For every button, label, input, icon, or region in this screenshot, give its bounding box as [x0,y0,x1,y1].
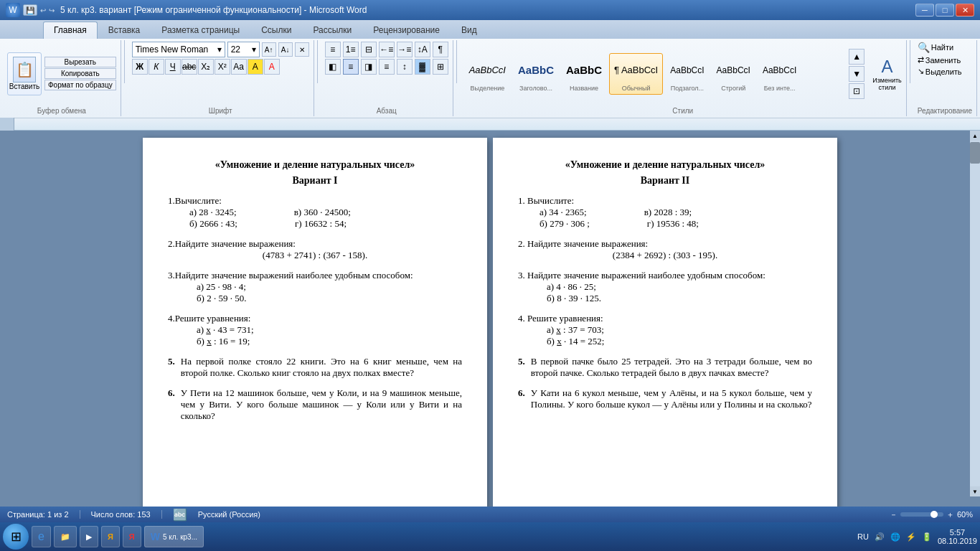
justify-button[interactable]: ≡ [379,59,395,75]
italic-button[interactable]: К [149,59,164,75]
scroll-up-button[interactable]: ▲ [970,131,980,141]
replace-label: Заменить [925,56,961,65]
cut-button[interactable]: Вырезать [44,57,116,67]
tab-view[interactable]: Вид [451,22,488,39]
font-label: Шрифт [132,105,309,115]
maximize-button[interactable]: □ [936,4,954,17]
multilevel-list-button[interactable]: ⊟ [361,42,377,57]
style-no-spacing-label: Без инте... [764,85,796,92]
quick-undo-icon[interactable]: ↩ [40,6,46,14]
replace-button[interactable]: ⇄ Заменить [918,55,961,65]
zoom-level: 60% [957,510,973,519]
tab-references[interactable]: Ссылки [250,22,302,39]
taskbar-yandex-button[interactable]: Я [101,526,120,547]
find-button[interactable]: 🔍 Найти [918,42,953,53]
taskbar-mediaplayer-button[interactable]: ▶ [80,526,98,547]
ruler-body [14,118,980,130]
style-heading[interactable]: AaBbC Заголово... [513,53,559,95]
style-subtitle[interactable]: AaBbCcI Подзагол... [665,53,709,95]
style-heading-label: Заголово... [519,85,552,92]
variant2-task4-header: 4. Решите уравнения: [518,313,812,324]
font-shrink-button[interactable]: A↓ [278,42,293,57]
clear-format-button[interactable]: ✕ [295,42,309,57]
taskbar-yandex2-button[interactable]: Я [123,526,141,547]
tab-insert[interactable]: Вставка [98,22,151,39]
font-size-dropdown[interactable]: 22 ▾ [227,42,260,57]
zoom-control[interactable]: － ＋ 60% [890,509,973,520]
font-color-button[interactable]: A [264,59,280,75]
document-area: «Умножение и деление натуральных чисел» … [0,131,980,507]
variant2-task3-a: а) 4 · 86 · 25; [547,281,812,293]
bullet-list-button[interactable]: ≡ [325,42,341,57]
style-title[interactable]: AaBbC Название [561,53,607,95]
align-right-button[interactable]: ◨ [361,59,377,75]
sep1 [124,40,125,83]
battery-icon: 🔋 [922,532,932,542]
align-center-button[interactable]: ≡ [343,59,359,75]
tab-home[interactable]: Главная [43,22,98,39]
scroll-down-button[interactable]: ▼ [970,486,980,496]
bold-button[interactable]: Ж [132,59,148,75]
styles-down-button[interactable]: ▼ [849,66,864,82]
style-normal-label: Обычный [622,85,651,92]
ribbon-tabs: Главная Вставка Разметка страницы Ссылки… [0,20,980,39]
sep3 [456,40,457,83]
sort-button[interactable]: ↕A [415,42,430,57]
vertical-scrollbar[interactable]: ▲ ▼ [970,131,980,496]
start-button[interactable]: ⊞ [3,524,29,550]
line-spacing-button[interactable]: ↕ [397,59,413,75]
scroll-thumb-v[interactable] [970,142,980,164]
font-grow-button[interactable]: A↑ [262,42,276,57]
styles-up-button[interactable]: ▲ [849,49,864,65]
border-button[interactable]: ⊞ [433,59,448,75]
align-left-button[interactable]: ◧ [325,59,341,75]
clipboard-small-buttons: Вырезать Копировать Формат по образцу [44,57,116,90]
zoom-in-button[interactable]: ＋ [946,509,954,520]
subscript-button[interactable]: X₂ [198,59,214,75]
quick-redo-icon[interactable]: ↪ [49,6,55,14]
zoom-out-button[interactable]: － [890,509,897,520]
strikethrough-button[interactable]: abc [182,59,197,75]
style-no-spacing[interactable]: AaBbCcI Без инте... [758,53,801,95]
word-count: Число слов: 153 [91,510,151,519]
highlight-button[interactable]: A [248,59,263,75]
style-strict[interactable]: AaBbCcI Строгий [712,53,755,95]
style-selection[interactable]: AaBbCcI Выделение [464,53,511,95]
quick-save-icon[interactable]: 💾 [23,4,37,16]
change-styles-label[interactable]: Изменитьстили [872,77,902,91]
style-normal[interactable]: ¶ AaBbCcI Обычный [609,53,663,95]
change-styles-icon: A [882,57,893,77]
variant1-task3-b: б) 2 · 59 · 50. [197,293,462,304]
locale-indicator: RU [857,532,869,541]
taskbar-explorer-button[interactable]: 📁 [54,526,77,547]
editing-content: 🔍 Найти ⇄ Заменить ↘ Выделить [918,42,972,105]
styles-expand-button[interactable]: ⊡ [849,83,864,99]
shading-button[interactable]: ▓ [415,59,430,75]
close-button[interactable]: ✕ [956,4,974,17]
case-button[interactable]: Aa [231,59,247,75]
font-name-dropdown[interactable]: Times New Roman ▾ [132,42,225,57]
variant2-task1-c: в) 2028 : 39; [644,207,692,218]
tab-layout[interactable]: Разметка страницы [151,22,250,39]
format-painter-button[interactable]: Формат по образцу [44,80,116,90]
superscript-button[interactable]: X² [215,59,230,75]
underline-button[interactable]: Ч [165,59,181,75]
minimize-button[interactable]: ─ [915,4,934,17]
decrease-indent-button[interactable]: ←≡ [379,42,395,57]
copy-button[interactable]: Копировать [44,68,116,79]
paragraph-content: ≡ 1≡ ⊟ ←≡ →≡ ↕A ¶ ◧ ≡ ◨ ≡ ↕ ▓ ⊞ [325,42,448,105]
variant2-task5-num: 5. [518,356,525,379]
tab-review[interactable]: Рецензирование [362,22,451,39]
paste-button[interactable]: 📋 Вставить [7,52,42,95]
select-button[interactable]: ↘ Выделить [918,67,962,76]
taskbar-ie-button[interactable]: e [32,526,51,547]
clock: 5:57 08.10.2019 [938,528,977,545]
increase-indent-button[interactable]: →≡ [397,42,413,57]
taskbar-word-button[interactable]: W 5 кл. кр3... [144,526,204,547]
scroll-track-v[interactable] [970,141,980,486]
tab-mailings[interactable]: Рассылки [302,22,362,39]
window-title: 5 кл. кр3. вариант [Режим ограниченной ф… [60,5,367,15]
show-marks-button[interactable]: ¶ [433,42,448,57]
numbered-list-button[interactable]: 1≡ [343,42,359,57]
zoom-slider[interactable] [900,512,943,517]
